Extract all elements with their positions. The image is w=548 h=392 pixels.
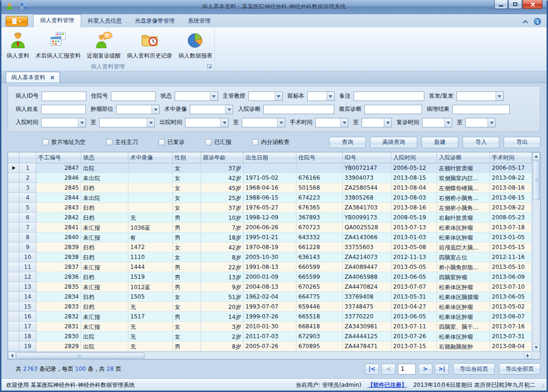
query-button[interactable]: 查询 bbox=[329, 137, 366, 148]
specimen-select[interactable] bbox=[307, 92, 335, 101]
checkbox-film-address-empty[interactable]: 胶片地址为空 bbox=[42, 138, 85, 146]
dialog-launcher-icon[interactable] bbox=[207, 64, 212, 69]
ribbon-tab-department-staff[interactable]: 科室人员信息 bbox=[81, 15, 128, 27]
modules-grid-icon[interactable] bbox=[20, 3, 27, 11]
column-header-4[interactable]: 性别 bbox=[173, 152, 201, 163]
checkbox-reported[interactable]: 已汇报 bbox=[205, 138, 231, 146]
maximize-button[interactable] bbox=[508, 0, 522, 9]
surgery-date-to-select[interactable] bbox=[362, 118, 392, 127]
software-registered-link[interactable]: 【软件已注册】 bbox=[367, 381, 407, 389]
hospital-number-input[interactable] bbox=[111, 92, 156, 101]
followup-date-to-select[interactable] bbox=[465, 118, 496, 127]
page-input[interactable] bbox=[398, 364, 416, 375]
collapse-ribbon-icon[interactable] bbox=[523, 20, 528, 25]
cell: 男 bbox=[173, 213, 201, 223]
scroll-down-button[interactable] bbox=[532, 344, 540, 351]
discharge-date-from-select[interactable] bbox=[185, 118, 228, 127]
table-row[interactable]: 52843归档女37岁1976-05-27676365ZA38417032013… bbox=[8, 203, 532, 213]
pathology-result-input[interactable] bbox=[452, 105, 510, 114]
close-button[interactable] bbox=[523, 0, 542, 9]
column-header-11[interactable]: 手术时间 bbox=[490, 152, 532, 163]
column-header-10[interactable]: 入院诊断 bbox=[437, 152, 490, 163]
table-row[interactable]: 162832未汇报1517男14岁1999-07-266655183377022… bbox=[8, 312, 532, 322]
table-row[interactable]: 72841未汇报1036蓝男7岁2006-06-26670723QA002552… bbox=[8, 223, 532, 233]
ribbon-button-patient-data[interactable]: 病人资料 bbox=[4, 30, 32, 61]
patient-name-input[interactable] bbox=[41, 105, 86, 114]
ribbon-tab-patient-management[interactable]: 病人资料管理 bbox=[33, 14, 81, 27]
ribbon-tab-system-management[interactable]: 系统管理 bbox=[181, 15, 217, 27]
table-row[interactable]: 182830出院无女2岁2011-07-03672903ZA4444125201… bbox=[8, 332, 532, 342]
scroll-left-button[interactable] bbox=[8, 352, 16, 359]
ribbon-button-history[interactable]: 病人资料历史记录 bbox=[125, 30, 175, 61]
horizontal-scrollbar[interactable] bbox=[8, 351, 532, 359]
table-row[interactable]: 132835未汇报1012蓝男9岁2004-08-13670265ZA44708… bbox=[8, 282, 532, 292]
checkbox-chief-surgeon[interactable]: 主任主刀 bbox=[106, 138, 138, 146]
first-recurrence-select[interactable] bbox=[456, 92, 504, 101]
checkbox-followed-up[interactable]: 已复诊 bbox=[159, 138, 185, 146]
info-icon[interactable] bbox=[534, 18, 541, 25]
next-page-button[interactable]: > bbox=[418, 364, 432, 375]
surgery-date-from-select[interactable] bbox=[315, 118, 348, 127]
table-row[interactable]: 22846未出院女42岁1971-05-02676166339040732013… bbox=[8, 173, 532, 183]
checkbox-endocrine-exam[interactable]: 内分泌检查 bbox=[252, 138, 289, 146]
table-row[interactable]: 82840未汇报有男18岁1995-01-21643332ZA414306620… bbox=[8, 233, 532, 242]
chief-professor-select[interactable] bbox=[248, 92, 283, 101]
import-button[interactable]: 导入 bbox=[463, 137, 499, 148]
table-row[interactable]: 172831未汇报无女3岁2010-01-30668418ZA343098120… bbox=[8, 322, 532, 332]
admission-date-to-select[interactable] bbox=[99, 118, 155, 127]
table-row[interactable]: 62842归档无男10岁1998-12-09367893YB0099173200… bbox=[8, 213, 532, 223]
column-header-9[interactable]: 入院时间 bbox=[391, 152, 437, 163]
followup-date-from-select[interactable] bbox=[422, 118, 452, 127]
surgery-video-select[interactable] bbox=[190, 105, 233, 114]
table-row[interactable]: 112837未汇报1444男22岁1991-08-13660599ZA40894… bbox=[8, 262, 532, 272]
export-current-page-button[interactable]: 导出当前页 bbox=[453, 363, 495, 375]
table-row[interactable]: 192829出院无男8岁2005-07-26670895ZA4478471201… bbox=[8, 342, 532, 351]
app-person-icon[interactable] bbox=[6, 2, 13, 11]
application-menu-button[interactable] bbox=[6, 16, 28, 26]
cell: 2013-08-03 bbox=[391, 193, 437, 203]
vertical-scrollbar[interactable] bbox=[532, 152, 540, 351]
admission-date-from-select[interactable] bbox=[41, 118, 86, 127]
column-header-2[interactable]: 状态 bbox=[81, 152, 128, 163]
column-header-6[interactable]: 出生日期 bbox=[244, 152, 296, 163]
first-page-button[interactable]: |< bbox=[365, 364, 379, 375]
vertical-scroll-thumb[interactable] bbox=[533, 160, 540, 200]
scroll-up-button[interactable] bbox=[532, 152, 540, 160]
close-tab-icon[interactable] bbox=[50, 75, 54, 80]
ribbon-button-followup-reminder[interactable]: 近期复诊提醒 bbox=[84, 30, 123, 61]
advanced-query-button[interactable]: 高级查询 bbox=[370, 137, 417, 148]
table-row[interactable]: 142834归档1505女51岁1962-02-0466477533769408… bbox=[8, 292, 532, 302]
column-header-5[interactable]: 就诊年龄 bbox=[201, 152, 244, 163]
discharge-date-to-select[interactable] bbox=[242, 118, 285, 127]
new-button[interactable]: 新建 bbox=[422, 137, 458, 148]
column-header-1[interactable]: 手工编号 bbox=[36, 152, 81, 163]
admission-diagnosis-input[interactable] bbox=[263, 105, 334, 114]
column-header-7[interactable]: 住院号 bbox=[296, 152, 343, 163]
patient-id-input[interactable] bbox=[42, 92, 86, 101]
table-row[interactable]: 152833归档无女20岁1993-07-0765944633748475201… bbox=[8, 302, 532, 312]
table-row[interactable]: 122836归档1519男13岁2000-01-09665599ZA406598… bbox=[8, 272, 532, 282]
table-row[interactable]: 12847出院女37岁YB00721472006-05-12左额叶胶质瘤2006… bbox=[8, 163, 532, 173]
scroll-right-button[interactable] bbox=[524, 352, 532, 359]
ribbon-button-postop-report[interactable]: 术后病人汇报资料 bbox=[33, 30, 83, 61]
table-row[interactable]: 102838归档1110女8岁2005-10-30636143ZA4214073… bbox=[8, 252, 532, 262]
export-button[interactable]: 导出 bbox=[504, 137, 540, 148]
status-select[interactable] bbox=[175, 92, 218, 101]
table-row[interactable]: 32845归档女45岁1968-04-16501568ZA25805442013… bbox=[8, 183, 532, 193]
horizontal-scroll-thumb[interactable] bbox=[16, 352, 144, 359]
column-header-3[interactable]: 术中录像 bbox=[128, 152, 173, 163]
remarks-input[interactable] bbox=[354, 92, 424, 101]
chevron-down-icon bbox=[488, 118, 495, 127]
document-tab-patient-basic-info[interactable]: 病人基本资料 bbox=[6, 72, 60, 83]
last-page-button[interactable]: >| bbox=[435, 364, 449, 375]
tumor-site-select[interactable] bbox=[116, 105, 160, 114]
column-header-8[interactable]: ID号 bbox=[343, 152, 391, 163]
ribbon-tab-disc-video-management[interactable]: 光盘录像带管理 bbox=[128, 15, 181, 27]
table-row[interactable]: 92839归档1472女42岁1970-08-19661228337556032… bbox=[8, 242, 532, 252]
prev-page-button[interactable]: < bbox=[381, 364, 396, 375]
export-all-pages-button[interactable]: 导出全部页 bbox=[499, 363, 540, 375]
final-diagnosis-input[interactable] bbox=[364, 105, 422, 114]
ribbon-button-data-report[interactable]: 病人数据报表 bbox=[176, 30, 215, 61]
table-row[interactable]: 42844未出院女25岁1988-06-15674223338052682013… bbox=[8, 193, 532, 203]
minimize-button[interactable] bbox=[494, 0, 508, 9]
